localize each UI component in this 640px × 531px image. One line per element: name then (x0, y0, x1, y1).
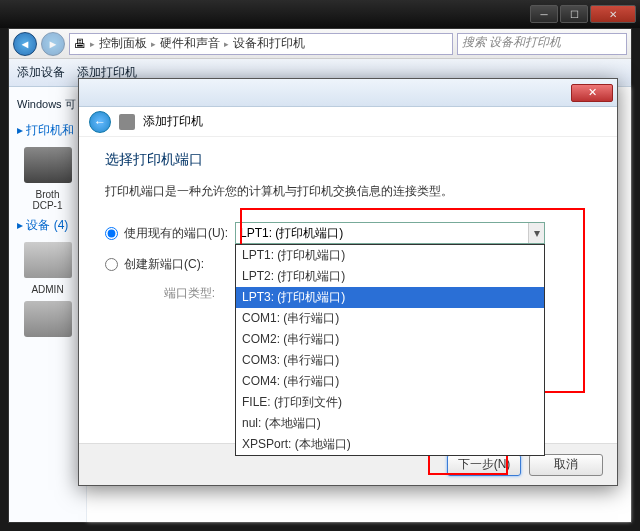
printer-thumb[interactable] (24, 147, 72, 183)
radio-existing[interactable] (105, 227, 118, 240)
radio-new[interactable] (105, 258, 118, 271)
camera-thumb[interactable] (24, 301, 72, 337)
dialog-description: 打印机端口是一种允许您的计算机与打印机交换信息的连接类型。 (105, 183, 591, 200)
port-option[interactable]: LPT2: (打印机端口) (236, 266, 544, 287)
sidebar-group-devices[interactable]: ▸ 设备 (4) (9, 213, 86, 238)
search-input[interactable]: 搜索 设备和打印机 (457, 33, 627, 55)
use-existing-port-radio[interactable]: 使用现有的端口(U): (105, 225, 235, 242)
os-close-button[interactable]: ✕ (590, 5, 636, 23)
minimize-button[interactable]: ─ (530, 5, 558, 23)
create-new-port-radio[interactable]: 创建新端口(C): (105, 256, 235, 273)
port-option[interactable]: LPT3: (打印机端口) (236, 287, 544, 308)
dialog-back-button[interactable]: ← (89, 111, 111, 133)
next-button[interactable]: 下一步(N) (447, 454, 521, 476)
os-titlebar: ─ ☐ ✕ (0, 0, 640, 28)
port-option[interactable]: COM3: (串行端口) (236, 350, 544, 371)
sidebar: Windows 可 ▸ 打印机和 Broth DCP-1 ▸ 设备 (4) AD… (9, 87, 87, 522)
combo-selected: LPT1: (打印机端口) (240, 225, 343, 242)
dialog-header: ← 添加打印机 (79, 107, 617, 137)
chevron-down-icon[interactable]: ▾ (528, 223, 544, 243)
address-bar: ◄ ► 🖶 ▸ 控制面板 ▸ 硬件和声音 ▸ 设备和打印机 搜索 设备和打印机 (9, 29, 631, 59)
dialog-titlebar: ✕ (79, 79, 617, 107)
cancel-button[interactable]: 取消 (529, 454, 603, 476)
breadcrumb[interactable]: 🖶 ▸ 控制面板 ▸ 硬件和声音 ▸ 设备和打印机 (69, 33, 453, 55)
port-dropdown-list: LPT1: (打印机端口) LPT2: (打印机端口) LPT3: (打印机端口… (235, 244, 545, 456)
port-option[interactable]: LPT1: (打印机端口) (236, 245, 544, 266)
port-option[interactable]: COM4: (串行端口) (236, 371, 544, 392)
port-option[interactable]: XPSPort: (本地端口) (236, 434, 544, 455)
port-option[interactable]: FILE: (打印到文件) (236, 392, 544, 413)
sidebar-item-1[interactable]: ADMIN (9, 282, 86, 297)
crumb-0[interactable]: 控制面板 (99, 35, 147, 52)
add-printer-dialog: ✕ ← 添加打印机 选择打印机端口 打印机端口是一种允许您的计算机与打印机交换信… (78, 78, 618, 486)
printer-icon (119, 114, 135, 130)
nav-back-button[interactable]: ◄ (13, 32, 37, 56)
dialog-title: 添加打印机 (143, 113, 203, 130)
device-thumb[interactable] (24, 242, 72, 278)
port-option[interactable]: COM1: (串行端口) (236, 308, 544, 329)
folder-icon: 🖶 (74, 37, 86, 51)
port-option[interactable]: COM2: (串行端口) (236, 329, 544, 350)
crumb-2[interactable]: 设备和打印机 (233, 35, 305, 52)
dialog-heading: 选择打印机端口 (105, 151, 591, 169)
maximize-button[interactable]: ☐ (560, 5, 588, 23)
sidebar-group-printers[interactable]: ▸ 打印机和 (9, 118, 86, 143)
add-device-cmd[interactable]: 添加设备 (17, 64, 65, 81)
nav-forward-button[interactable]: ► (41, 32, 65, 56)
port-option[interactable]: nul: (本地端口) (236, 413, 544, 434)
sidebar-item-0[interactable]: Broth DCP-1 (9, 187, 86, 213)
port-type-label: 端口类型: (105, 285, 235, 302)
crumb-1[interactable]: 硬件和声音 (160, 35, 220, 52)
port-combobox[interactable]: LPT1: (打印机端口) ▾ (235, 222, 545, 244)
dialog-close-button[interactable]: ✕ (571, 84, 613, 102)
sidebar-header: Windows 可 (9, 91, 86, 118)
